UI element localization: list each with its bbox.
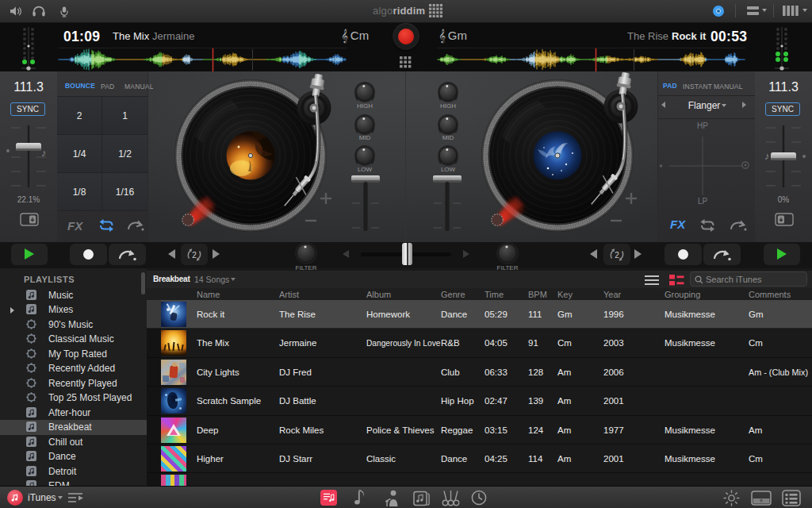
- svg-text:FILTER: FILTER: [296, 264, 317, 271]
- svg-text:HP: HP: [697, 121, 708, 130]
- svg-text:MID: MID: [359, 134, 371, 141]
- svg-text:FILTER: FILTER: [497, 264, 519, 271]
- svg-text:LOW: LOW: [441, 166, 456, 173]
- svg-text:2: 2: [615, 251, 619, 260]
- svg-text:♪: ♪: [764, 150, 770, 162]
- svg-text:HIGH: HIGH: [440, 102, 456, 110]
- svg-text:2: 2: [192, 251, 197, 260]
- svg-text:♪: ♪: [41, 147, 47, 159]
- svg-text:LP: LP: [698, 197, 708, 206]
- svg-text:HIGH: HIGH: [357, 102, 373, 110]
- svg-text:MID: MID: [442, 134, 454, 141]
- svg-text:LOW: LOW: [358, 166, 373, 173]
